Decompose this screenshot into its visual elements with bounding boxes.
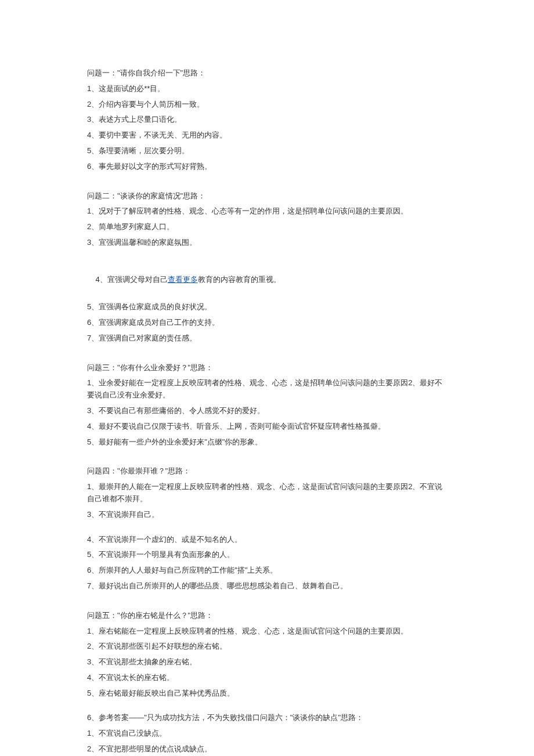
q2-item: 3、宜强调温馨和睦的家庭氛围。 [87, 237, 447, 249]
q3-item: 1、业余爱好能在一定程度上反映应聘者的性格、观念、心态，这是招聘单位问该问题的主… [87, 377, 447, 401]
q4-item: 4、不宜说崇拜一个虚幻的、或是不知名的人。 [87, 534, 447, 546]
q1-item: 2、介绍内容要与个人简历相一致。 [87, 99, 447, 111]
q4-item: 5、不宜说崇拜一个明显具有负面形象的人。 [87, 549, 447, 561]
q5-item: 5、座右铭最好能反映出自己某种优秀品质。 [87, 688, 447, 700]
q4-item: 7、最好说出自己所崇拜的人的哪些品质、哪些思想感染着自己、鼓舞着自己。 [87, 580, 447, 592]
q6-item: 1、不宜说自己没缺点。 [87, 728, 447, 740]
q1-item: 6、事先最好以文字的形式写好背熟。 [87, 161, 447, 173]
q1-item: 4、要切中要害，不谈无关、无用的内容。 [87, 129, 447, 142]
q2-item: 7、宜强调自己对家庭的责任感。 [87, 332, 447, 345]
q1-item: 5、条理要清晰，层次要分明。 [87, 145, 447, 157]
q2-title: 问题二："谈谈你的家庭情况"思路： [87, 190, 447, 202]
q1-title: 问题一："请你自我介绍一下"思路： [87, 67, 447, 79]
q1-item: 3、表述方式上尽量口语化。 [87, 114, 447, 126]
q3-item: 3、不要说自己有那些庸俗的、令人感觉不好的爱好。 [87, 405, 447, 417]
q2-item-with-link: 4、宜强调父母对自己查看更多教育的内容教育的重视。 [87, 262, 447, 298]
q4-item: 6、所崇拜的人人最好与自己所应聘的工作能"搭"上关系。 [87, 565, 447, 577]
q5-item: 2、不宜说那些医引起不好联想的座右铭。 [87, 641, 447, 653]
q2-item: 1、况对于了解应聘者的性格、观念、心态等有一定的作用，这是招聘单位问该问题的主要… [87, 205, 447, 218]
q1-item: 1、这是面试的必**目。 [87, 83, 447, 95]
q2-link-pre: 4、宜强调父母对自己 [95, 275, 167, 284]
q2-item: 6、宜强调家庭成员对自己工作的支持。 [87, 317, 447, 329]
q4-title: 问题四："你最崇拜谁？"思路： [87, 465, 447, 478]
q5-item: 4、不宜说太长的座右铭。 [87, 672, 447, 684]
q5-item: 3、不宜说那些太抽象的座右铭。 [87, 656, 447, 668]
q4-item: 3、不宜说崇拜自己。 [87, 509, 447, 521]
q3-title: 问题三："你有什么业余爱好？"思路： [87, 362, 447, 374]
q3-item: 4、最好不要说自己仅限于读书、听音乐、上网，否则可能令面试官怀疑应聘者性格孤僻。 [87, 421, 447, 433]
q5-item: 1、座右铭能在一定程度上反映应聘者的性格、观念、心态，这是面试官问这个问题的主要… [87, 625, 447, 638]
q2-item: 2、简单地罗列家庭人口。 [87, 221, 447, 233]
document-page: 问题一："请你自我介绍一下"思路： 1、这是面试的必**目。 2、介绍内容要与个… [0, 0, 534, 756]
q2-item: 5、宜强调各位家庭成员的良好状况。 [87, 301, 447, 313]
view-more-link[interactable]: 查看更多 [168, 275, 198, 284]
q4-item: 1、最崇拜的人能在一定程度上反映应聘者的性格、观念、心态，这是面试官问该问题的主… [87, 481, 447, 505]
q5-title: 问题五："你的座右铭是什么？"思路： [87, 610, 447, 622]
q3-item: 5、最好能有一些户外的业余爱好来"点缀"你的形象。 [87, 436, 447, 448]
q6-first: 6、参考答案——"只为成功找方法，不为失败找借口问题六："谈谈你的缺点"思路： [87, 712, 447, 724]
q2-link-post: 教育的内容教育的重视。 [198, 275, 281, 284]
q6-item: 2、不宜把那些明显的优点说成缺点。 [87, 743, 447, 755]
